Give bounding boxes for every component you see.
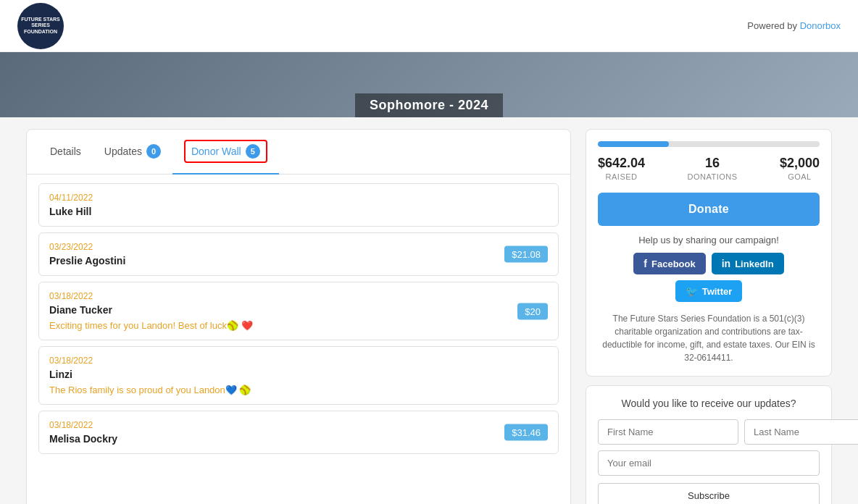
donor-card-0: 04/11/2022 Luke Hill: [38, 183, 559, 227]
left-panel: Details Updates 0 Donor Wall 5 04/11/202…: [26, 129, 571, 504]
stat-goal: $2,000 GOAL: [780, 156, 820, 181]
twitter-share-button[interactable]: 🐦 Twitter: [675, 280, 743, 302]
donor-name-1: Preslie Agostini: [49, 255, 548, 266]
tabs-bar: Details Updates 0 Donor Wall 5: [27, 130, 570, 175]
logo-text: FUTURE STARS SERIES FOUNDATION: [17, 17, 64, 35]
linkedin-share-button[interactable]: in LinkedIn: [712, 253, 784, 274]
donor-amount-1: $21.08: [504, 246, 548, 263]
linkedin-label: LinkedIn: [735, 259, 773, 269]
stats-box: $642.04 RAISED 16 DONATIONS $2,000 GOAL …: [586, 129, 832, 377]
name-row: [598, 419, 820, 445]
twitter-icon: 🐦: [686, 285, 698, 297]
donor-date-3: 03/18/2022: [49, 356, 548, 366]
share-section: Help us by sharing our campaign! f Faceb…: [598, 235, 820, 302]
right-panel: $642.04 RAISED 16 DONATIONS $2,000 GOAL …: [586, 129, 832, 504]
twitter-label: Twitter: [702, 286, 733, 297]
donor-date-1: 03/23/2022: [49, 242, 548, 252]
donor-amount-4: $31.46: [504, 424, 548, 441]
donor-date-0: 04/11/2022: [49, 193, 548, 203]
donor-date-4: 03/18/2022: [49, 420, 548, 430]
donors-list: 04/11/2022 Luke Hill 03/23/2022 Preslie …: [27, 175, 570, 463]
tab-updates-label: Updates: [104, 146, 142, 157]
email-input[interactable]: [598, 450, 820, 476]
donor-name-2: Diane Tucker: [49, 304, 548, 316]
updates-box: Would you like to receive our updates? S…: [586, 385, 832, 504]
progress-bar-fill: [598, 141, 669, 147]
share-label: Help us by sharing our campaign!: [598, 235, 820, 245]
tab-donor-wall[interactable]: Donor Wall 5: [172, 130, 279, 175]
donor-message-3: The Rios family is so proud of you Lando…: [49, 385, 548, 395]
subscribe-button[interactable]: Subscribe: [598, 483, 820, 504]
donor-name-0: Luke Hill: [49, 206, 548, 217]
logo-area: FUTURE STARS SERIES FOUNDATION: [17, 3, 64, 49]
progress-bar-container: [598, 141, 820, 147]
stat-donations: 16 DONATIONS: [687, 156, 737, 181]
raised-value: $642.04: [598, 156, 645, 171]
powered-by-text: Powered by: [747, 20, 799, 31]
hero-banner: Sophomore - 2024: [0, 52, 858, 117]
tab-details-label: Details: [50, 146, 81, 157]
raised-label: RAISED: [598, 172, 645, 181]
donor-card-2: 03/18/2022 Diane Tucker Exciting times f…: [38, 282, 559, 340]
first-name-input[interactable]: [598, 419, 738, 445]
donor-name-3: Linzi: [49, 369, 548, 380]
last-name-input[interactable]: [744, 419, 858, 445]
email-row: [598, 450, 820, 476]
tab-donor-wall-wrapper: Donor Wall 5: [184, 140, 267, 163]
donor-card-1: 03/23/2022 Preslie Agostini $21.08: [38, 232, 559, 276]
donor-message-2: Exciting times for you Landon! Best of l…: [49, 320, 548, 331]
donor-date-2: 03/18/2022: [49, 291, 548, 301]
goal-label: GOAL: [780, 172, 820, 181]
logo: FUTURE STARS SERIES FOUNDATION: [17, 3, 64, 49]
updates-title: Would you like to receive our updates?: [598, 398, 820, 409]
facebook-icon: f: [644, 258, 647, 269]
donate-button[interactable]: Donate: [598, 193, 820, 226]
header: FUTURE STARS SERIES FOUNDATION Powered b…: [0, 0, 858, 52]
tab-donor-wall-label: Donor Wall: [191, 146, 241, 157]
goal-value: $2,000: [780, 156, 820, 171]
stats-row: $642.04 RAISED 16 DONATIONS $2,000 GOAL: [598, 156, 820, 181]
donor-amount-2: $20: [517, 303, 548, 319]
tab-details[interactable]: Details: [38, 135, 93, 169]
linkedin-icon: in: [722, 258, 730, 269]
donations-count: 16: [687, 156, 737, 171]
hero-title: Sophomore - 2024: [355, 93, 503, 117]
donor-card-3: 03/18/2022 Linzi The Rios family is so p…: [38, 346, 559, 405]
powered-by: Powered by Donorbox: [747, 20, 841, 31]
tab-updates[interactable]: Updates 0: [93, 134, 172, 170]
donor-card-4: 03/18/2022 Melisa Dockry $31.46: [38, 411, 559, 454]
main-container: Details Updates 0 Donor Wall 5 04/11/202…: [9, 117, 849, 504]
facebook-label: Facebook: [651, 259, 696, 269]
donorbox-link[interactable]: Donorbox: [800, 20, 841, 31]
tab-donor-wall-badge: 5: [246, 144, 260, 159]
stat-raised: $642.04 RAISED: [598, 156, 645, 181]
facebook-share-button[interactable]: f Facebook: [633, 253, 705, 274]
tax-info: The Future Stars Series Foundation is a …: [598, 312, 820, 364]
tab-updates-badge: 0: [146, 144, 161, 159]
share-buttons: f Facebook in LinkedIn 🐦 Twitter: [598, 253, 820, 302]
donations-label: DONATIONS: [687, 172, 737, 181]
donor-name-4: Melisa Dockry: [49, 433, 548, 445]
